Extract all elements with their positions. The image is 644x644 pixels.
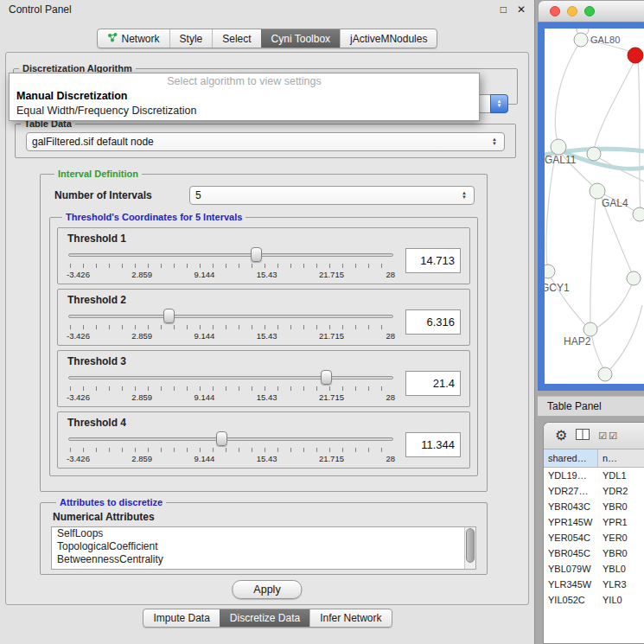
table-row[interactable]: YLR345WYLR3: [544, 577, 644, 592]
network-node[interactable]: [545, 265, 555, 278]
cell-shared-name[interactable]: YIL052C: [544, 592, 598, 608]
slider-thumb[interactable]: [251, 247, 262, 262]
tab-impute-data[interactable]: Impute Data: [143, 609, 219, 627]
columns-icon[interactable]: [576, 428, 590, 443]
cell-name[interactable]: YPR1: [598, 514, 644, 530]
close-traffic-light-icon[interactable]: [550, 6, 560, 16]
network-node[interactable]: [551, 139, 566, 155]
cell-name[interactable]: YBR0: [598, 499, 644, 514]
network-canvas[interactable]: GAL80 GAL11 GAL4 GCY1 HAP2: [545, 29, 644, 384]
zoom-traffic-light-icon[interactable]: [584, 6, 595, 16]
tab-style[interactable]: Style: [169, 29, 213, 48]
scale-label: -3.426: [67, 270, 90, 279]
table-toolbar: ⚙ ☑☑: [544, 423, 644, 450]
threshold-4-slider[interactable]: -3.426 2.859 9.144 15.43 21.715 28: [67, 430, 395, 465]
table-row[interactable]: YIL052CYIL0: [544, 592, 644, 608]
scale-label: 15.43: [257, 392, 277, 402]
table-row[interactable]: YDR27…YDR2: [544, 483, 644, 499]
threshold-1-slider[interactable]: -3.426 2.859 9.144 15.43 21.715 28: [67, 246, 395, 281]
tab-jactivemnodules[interactable]: jActiveMNodules: [340, 29, 437, 48]
scale-label: 28: [386, 392, 395, 402]
tab-network[interactable]: Network: [98, 29, 169, 48]
cell-shared-name[interactable]: YBR043C: [544, 499, 598, 514]
table-row[interactable]: YBR043CYBR0: [544, 499, 644, 514]
scale-label: 28: [386, 270, 395, 279]
cell-name[interactable]: YBL0: [598, 561, 644, 577]
checkbox-icon[interactable]: ☑: [609, 430, 617, 442]
dropdown-option-manual-discretization[interactable]: Manual Discretization: [10, 89, 479, 104]
threshold-4-value-field[interactable]: 11.344: [405, 432, 461, 457]
network-window-titlebar[interactable]: [538, 0, 644, 22]
network-node[interactable]: [598, 367, 612, 381]
top-tab-bar: Network Style Select Cyni Toolbox jActiv…: [0, 29, 534, 48]
column-header-shared-name[interactable]: shared…: [544, 450, 598, 467]
cell-shared-name[interactable]: YER054C: [544, 530, 598, 545]
cell-shared-name[interactable]: YPR145W: [544, 514, 598, 530]
apply-button[interactable]: Apply: [232, 580, 302, 599]
table-row[interactable]: YBR045CYBR0: [544, 545, 644, 561]
threshold-3-value-field[interactable]: 21.4: [405, 371, 461, 396]
cell-shared-name[interactable]: YBL079W: [544, 561, 598, 577]
column-header-name[interactable]: n…: [598, 450, 644, 467]
tab-label: Infer Network: [320, 612, 381, 624]
cell-shared-name[interactable]: YDL19…: [544, 468, 598, 483]
combo-arrows-icon: ▲▼: [492, 137, 499, 146]
cell-shared-name[interactable]: YLR345W: [544, 577, 598, 592]
scale-label: 2.859: [131, 331, 152, 341]
table-row[interactable]: YDL19…YDL1: [544, 468, 644, 483]
combo-arrows-icon[interactable]: ▲▼: [490, 94, 508, 113]
cell-shared-name[interactable]: YDR27…: [544, 483, 598, 499]
threshold-1-value-field[interactable]: 14.713: [405, 248, 461, 273]
list-item[interactable]: SelfLoops: [52, 527, 475, 540]
network-node[interactable]: [574, 33, 588, 47]
tab-cyni-toolbox[interactable]: Cyni Toolbox: [261, 29, 340, 48]
network-node[interactable]: [583, 322, 597, 336]
select-columns-icons[interactable]: ☑☑: [598, 430, 617, 442]
tab-label: Discretize Data: [230, 612, 300, 624]
cell-name[interactable]: YDR2: [598, 483, 644, 499]
list-item[interactable]: BetweennessCentrality: [52, 553, 475, 566]
slider-track[interactable]: [68, 315, 393, 318]
table-row[interactable]: YER054CYER0: [544, 530, 644, 545]
slider-thumb[interactable]: [216, 431, 227, 446]
network-node-red[interactable]: [628, 48, 643, 63]
cell-name[interactable]: YLR3: [598, 577, 644, 592]
threshold-2-slider[interactable]: -3.426 2.859 9.144 15.43 21.715 28: [67, 308, 395, 342]
list-scrollbar[interactable]: [464, 527, 475, 569]
cell-name[interactable]: YBR0: [598, 545, 644, 561]
bottom-tab-bar: Impute Data Discretize Data Infer Networ…: [0, 609, 535, 628]
minimize-traffic-light-icon[interactable]: [567, 6, 577, 16]
close-window-icon[interactable]: ✕: [517, 3, 526, 16]
slider-track[interactable]: [68, 376, 393, 379]
float-window-icon[interactable]: □: [501, 3, 507, 16]
scale-label: 15.43: [257, 454, 277, 463]
numerical-attributes-list[interactable]: SelfLoops TopologicalCoefficient Between…: [51, 526, 476, 570]
number-of-intervals-select[interactable]: 5 ▲▼: [189, 186, 475, 205]
scrollbar-thumb[interactable]: [466, 528, 475, 563]
cell-name[interactable]: YIL0: [598, 592, 644, 608]
tab-discretize-data[interactable]: Discretize Data: [220, 609, 309, 627]
threshold-2-value-field[interactable]: 6.316: [405, 309, 461, 335]
slider-track[interactable]: [68, 437, 393, 441]
tab-infer-network[interactable]: Infer Network: [309, 609, 391, 627]
list-item[interactable]: TopologicalCoefficient: [52, 540, 475, 553]
slider-thumb[interactable]: [163, 309, 175, 323]
threshold-3-slider[interactable]: -3.426 2.859 9.144 15.43 21.715 28: [67, 369, 395, 404]
dropdown-placeholder-item: Select algorithm to view settings: [10, 74, 479, 89]
table-row[interactable]: YBL079WYBL0: [544, 561, 644, 577]
table-row[interactable]: YPR145WYPR1: [544, 514, 644, 530]
dropdown-option-equal-width-frequency[interactable]: Equal Width/Frequency Discretization: [10, 104, 479, 118]
gear-icon[interactable]: ⚙: [555, 429, 567, 443]
tab-select[interactable]: Select: [212, 29, 260, 48]
network-node[interactable]: [627, 271, 641, 285]
cell-name[interactable]: YDL1: [598, 468, 644, 483]
table-data-select[interactable]: galFiltered.sif default node ▲▼: [26, 132, 505, 151]
slider-track[interactable]: [68, 253, 393, 257]
network-node[interactable]: [633, 207, 644, 221]
checkbox-icon[interactable]: ☑: [598, 430, 607, 442]
cell-name[interactable]: YER0: [598, 530, 644, 545]
cell-shared-name[interactable]: YBR045C: [544, 545, 598, 561]
slider-thumb[interactable]: [321, 370, 332, 385]
scale-label: 21.715: [319, 454, 344, 463]
network-node[interactable]: [587, 147, 601, 161]
